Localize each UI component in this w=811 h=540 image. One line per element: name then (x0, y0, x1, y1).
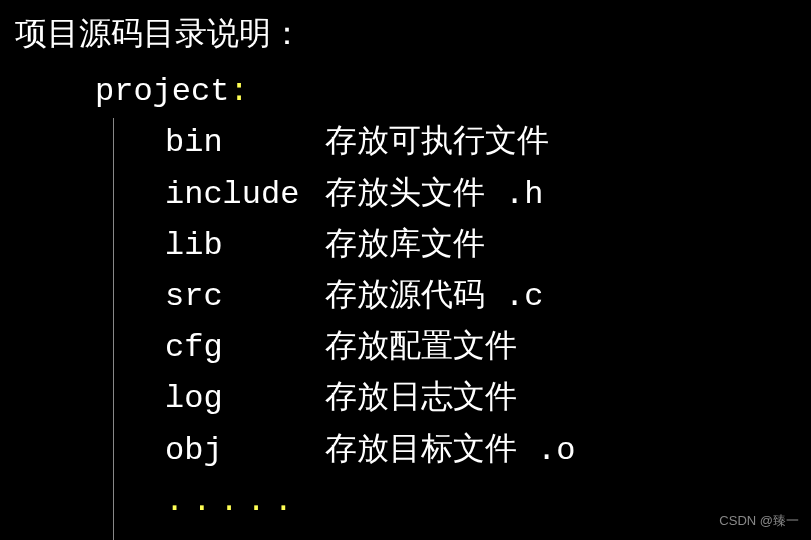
dir-name: include (165, 169, 325, 220)
dir-row: src存放源代码.c (165, 271, 796, 322)
dir-desc: 存放日志文件 (325, 380, 517, 417)
dir-name: src (165, 271, 325, 322)
dir-row: log存放日志文件 (165, 373, 796, 424)
dir-ext (517, 329, 537, 366)
dir-name: cfg (165, 322, 325, 373)
dir-desc: 存放可执行文件 (325, 124, 549, 161)
dir-desc: 存放目标文件 (325, 432, 517, 469)
content-block: project: bin存放可执行文件 include存放头文件.h lib存放… (15, 66, 796, 527)
project-label: project (95, 73, 229, 110)
dir-ext: .h (485, 176, 543, 213)
dir-desc: 存放源代码 (325, 278, 485, 315)
dir-row: cfg存放配置文件 (165, 322, 796, 373)
dir-ext: .c (485, 278, 543, 315)
dir-name: log (165, 373, 325, 424)
dir-desc: 存放配置文件 (325, 329, 517, 366)
dir-name: bin (165, 117, 325, 168)
directory-list: bin存放可执行文件 include存放头文件.h lib存放库文件 src存放… (95, 117, 796, 475)
dir-ext (485, 227, 505, 264)
dir-row: obj存放目标文件.o (165, 425, 796, 476)
dir-row: bin存放可执行文件 (165, 117, 796, 168)
dir-row: lib存放库文件 (165, 220, 796, 271)
dir-desc: 存放头文件 (325, 176, 485, 213)
dir-name: lib (165, 220, 325, 271)
watermark: CSDN @臻一 (719, 511, 799, 532)
document-title: 项目源码目录说明： (15, 10, 796, 61)
dir-row: include存放头文件.h (165, 169, 796, 220)
ellipsis: ..... (95, 476, 796, 527)
indent-guide-line (113, 118, 114, 540)
dir-ext (549, 124, 569, 161)
dir-ext: .o (517, 432, 575, 469)
dir-ext (517, 380, 537, 417)
colon: : (229, 73, 248, 110)
project-line: project: (95, 66, 796, 117)
dir-name: obj (165, 425, 325, 476)
dir-desc: 存放库文件 (325, 227, 485, 264)
